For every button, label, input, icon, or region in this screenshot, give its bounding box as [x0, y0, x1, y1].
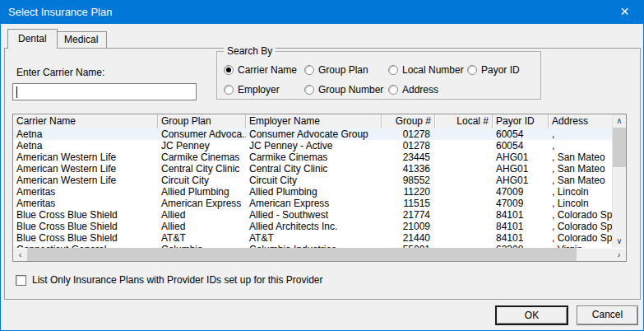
table-cell: Ameritas [13, 198, 158, 209]
table-row[interactable]: American Western LifeCentral City Clinic… [13, 163, 612, 175]
tab-dental[interactable]: Dental [7, 29, 58, 49]
scroll-up-button[interactable]: ∧ [613, 114, 626, 128]
table-cell: JC Penney [158, 140, 246, 152]
radio-circle-icon[interactable] [388, 85, 398, 95]
table-row[interactable]: Blue Cross Blue ShieldAlliedAllied Archi… [13, 221, 612, 232]
tab-medical[interactable]: Medical [55, 31, 107, 48]
scroll-down-button[interactable]: ∨ [613, 235, 626, 248]
table-cell: 23445 [382, 152, 435, 163]
table-cell: 01278 [382, 140, 435, 152]
column-header-carrier-name[interactable]: Carrier Name [13, 114, 158, 128]
insurance-plan-list: Carrier NameGroup PlanEmployer NameGroup… [12, 114, 627, 262]
scroll-left-button[interactable]: ‹ [13, 248, 27, 261]
vertical-scrollbar-thumb[interactable] [613, 128, 626, 167]
carrier-name-input[interactable] [12, 83, 197, 100]
table-cell: 84101 [493, 209, 549, 221]
horizontal-scrollbar-track[interactable] [577, 248, 612, 261]
horizontal-scrollbar[interactable]: ‹ › [13, 248, 626, 261]
table-cell: Aetna [13, 128, 158, 140]
radio-group-plan[interactable]: Group Plan [304, 64, 368, 76]
table-cell [435, 221, 493, 232]
column-header-employer-name[interactable]: Employer Name [246, 114, 382, 128]
table-row[interactable]: AmeritasAllied PlumbingAllied Plumbing11… [13, 186, 612, 198]
table-cell: AHG01 [493, 163, 549, 175]
carrier-name-label: Enter Carrier Name: [16, 67, 104, 78]
table-row[interactable]: American Western LifeCarmike CinemasCarm… [13, 152, 612, 163]
table-row[interactable]: AmeritasAmerican ExpressAmerican Express… [13, 198, 612, 209]
scroll-right-button[interactable]: › [612, 248, 626, 261]
radio-circle-icon[interactable] [388, 65, 398, 75]
table-cell: Allied [158, 209, 246, 221]
table-row[interactable]: AetnaConsumer Advoca...Consumer Advocate… [13, 128, 612, 140]
select-insurance-plan-dialog: Select Insurance Plan × Dental Medical E… [0, 0, 644, 331]
table-row[interactable]: Blue Cross Blue ShieldAT&TAT&T2144084101… [13, 232, 612, 244]
table-cell [435, 232, 493, 244]
radio-selected-icon[interactable] [224, 65, 234, 75]
radio-circle-icon[interactable] [304, 65, 314, 75]
table-cell [435, 140, 493, 152]
close-button[interactable]: × [606, 1, 643, 24]
radio-label: Employer [238, 84, 280, 96]
table-cell: 21774 [382, 209, 435, 221]
table-cell: AHG01 [493, 152, 549, 163]
table-cell: 60054 [493, 140, 549, 152]
radio-group-number[interactable]: Group Number [304, 84, 383, 96]
checkbox-box[interactable] [16, 275, 26, 286]
radio-label: Carrier Name [238, 64, 297, 76]
table-cell: Central City Clinic [158, 163, 246, 175]
table-cell: , [549, 128, 612, 140]
table-cell: Consumer Advoca... [158, 128, 246, 140]
chevron-left-icon: ‹ [19, 249, 22, 259]
table-cell [435, 186, 493, 198]
table-cell: AHG01 [493, 175, 549, 186]
column-header-address[interactable]: Address [549, 114, 612, 128]
cancel-button[interactable]: Cancel [577, 305, 638, 325]
tab-page-dental: Enter Carrier Name: Search By Carrier Na… [4, 48, 641, 300]
column-header-payor-id[interactable]: Payor ID [493, 114, 549, 128]
radio-circle-icon[interactable] [224, 85, 234, 95]
provider-filter-checkbox[interactable]: List Only Insurance Plans with Provider … [16, 274, 322, 286]
table-cell [435, 128, 493, 140]
column-header-group-[interactable]: Group # [382, 114, 435, 128]
column-header-group-plan[interactable]: Group Plan [158, 114, 246, 128]
radio-local-number[interactable]: Local Number [388, 64, 464, 76]
table-cell: American Express [158, 198, 246, 209]
horizontal-scrollbar-thumb[interactable] [27, 248, 577, 261]
radio-employer[interactable]: Employer [224, 84, 280, 96]
table-cell: 21440 [382, 232, 435, 244]
radio-label: Group Number [318, 84, 383, 96]
table-cell: 98552 [382, 175, 435, 186]
table-cell: JC Penney - Active [246, 140, 382, 152]
radio-label: Local Number [402, 64, 464, 76]
table-cell: , Colorado Sprin [549, 209, 612, 221]
table-row[interactable]: AetnaJC PenneyJC Penney - Active01278600… [13, 140, 612, 152]
search-by-legend: Search By [224, 45, 276, 57]
table-cell: Blue Cross Blue Shield [13, 221, 158, 232]
table-row[interactable]: American Western LifeCircuit CityCircuit… [13, 175, 612, 186]
table-cell: 01278 [382, 128, 435, 140]
column-header-local-[interactable]: Local # [435, 114, 493, 128]
radio-carrier-name[interactable]: Carrier Name [224, 64, 297, 76]
table-cell: Central City Clinic [246, 163, 382, 175]
radio-circle-icon[interactable] [467, 65, 477, 75]
table-cell: 47009 [493, 186, 549, 198]
radio-circle-icon[interactable] [304, 85, 314, 95]
table-cell: , San Mateo [549, 175, 612, 186]
chevron-right-icon: › [618, 249, 621, 259]
table-cell: 21009 [382, 221, 435, 232]
table-cell: Ameritas [13, 186, 158, 198]
ok-button[interactable]: OK [495, 305, 568, 325]
list-header: Carrier NameGroup PlanEmployer NameGroup… [13, 114, 612, 128]
table-cell: AT&T [246, 232, 382, 244]
table-row[interactable]: Blue Cross Blue ShieldAlliedAllied - Sou… [13, 209, 612, 221]
vertical-scrollbar[interactable]: ∧ ∨ [612, 114, 626, 248]
radio-address[interactable]: Address [388, 84, 438, 96]
radio-payor-id[interactable]: Payor ID [467, 64, 520, 76]
table-cell: Allied [158, 221, 246, 232]
table-cell: Allied Plumbing [246, 186, 382, 198]
table-cell: , [549, 140, 612, 152]
checkbox-label: List Only Insurance Plans with Provider … [32, 274, 322, 286]
table-cell: Blue Cross Blue Shield [13, 232, 158, 244]
table-cell: Circuit City [158, 175, 246, 186]
table-cell [435, 209, 493, 221]
